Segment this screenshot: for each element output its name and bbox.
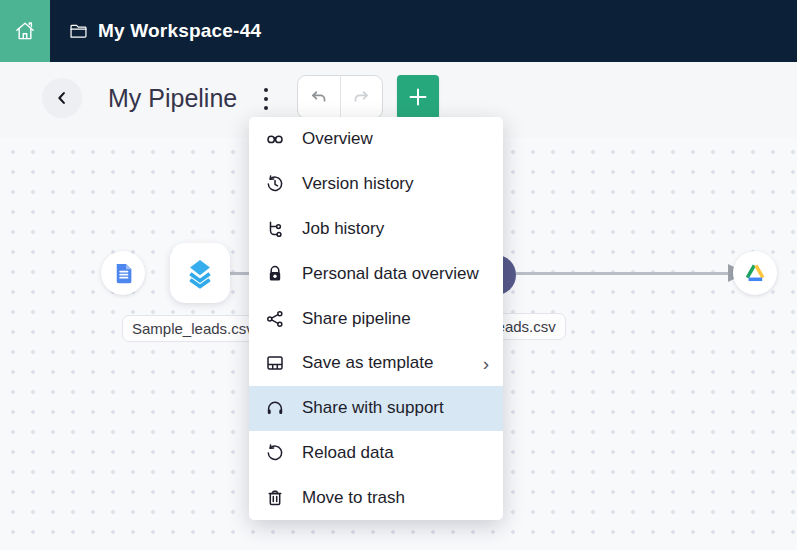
kebab-dot: [264, 97, 268, 101]
google-drive-icon: [743, 261, 767, 285]
template-icon: [265, 353, 285, 373]
plus-icon: [406, 85, 430, 109]
share-icon: [265, 309, 285, 329]
more-options-kebab-button[interactable]: [253, 84, 279, 114]
menu-item-label: Save as template: [302, 353, 433, 373]
menu-item-label: Job history: [302, 219, 384, 239]
home-icon: [12, 18, 38, 44]
menu-item-overview[interactable]: Overview: [249, 117, 503, 162]
kebab-dot: [264, 106, 268, 110]
menu-item-label: Move to trash: [302, 488, 405, 508]
page-title: My Pipeline: [108, 84, 237, 113]
trash-icon: [265, 488, 285, 508]
menu-item-share-pipeline[interactable]: Share pipeline: [249, 296, 503, 341]
undo-icon: [308, 87, 329, 108]
undo-button[interactable]: [298, 76, 340, 118]
glasses-icon: [265, 129, 285, 149]
menu-item-label: Reload data: [302, 443, 394, 463]
menu-item-label: Overview: [302, 129, 373, 149]
connector-line-right: [516, 272, 730, 275]
stack-layers-icon: [183, 256, 217, 290]
reload-icon: [265, 443, 285, 463]
chevron-left-icon: [53, 89, 71, 107]
history-icon: [265, 174, 285, 194]
top-navigation-bar: My Workspace-44: [0, 0, 797, 62]
redo-icon: [351, 87, 372, 108]
menu-item-job-history[interactable]: Job history: [249, 207, 503, 252]
google-drive-node[interactable]: [733, 251, 777, 295]
folder-icon: [68, 21, 89, 42]
back-button[interactable]: [42, 78, 82, 118]
pipeline-options-menu: Overview Version history Job history: [249, 117, 503, 520]
undo-redo-group: [297, 75, 383, 119]
left-node-label[interactable]: Sample_leads.csv: [122, 315, 264, 342]
menu-item-share-with-support[interactable]: Share with support: [249, 386, 503, 431]
menu-item-label: Share with support: [302, 398, 444, 418]
menu-item-label: Version history: [302, 174, 414, 194]
headset-icon: [265, 398, 285, 418]
document-file-icon: [110, 260, 137, 287]
menu-item-move-to-trash[interactable]: Move to trash: [249, 475, 503, 520]
stack-step-node[interactable]: [170, 243, 230, 303]
workspace-breadcrumb[interactable]: My Workspace-44: [68, 20, 261, 42]
submenu-chevron-icon: ›: [483, 354, 489, 373]
add-step-button[interactable]: [397, 75, 439, 119]
menu-item-label: Share pipeline: [302, 309, 411, 329]
menu-item-label: Personal data overview: [302, 264, 479, 284]
menu-item-version-history[interactable]: Version history: [249, 162, 503, 207]
workspace-name: My Workspace-44: [98, 20, 261, 42]
menu-item-save-as-template[interactable]: Save as template ›: [249, 341, 503, 386]
home-button[interactable]: [0, 0, 50, 62]
menu-item-reload-data[interactable]: Reload data: [249, 431, 503, 476]
lock-icon: [265, 264, 285, 284]
kebab-dot: [264, 88, 268, 92]
branch-icon: [265, 219, 285, 239]
redo-button[interactable]: [340, 76, 383, 118]
menu-item-personal-data-overview[interactable]: Personal data overview: [249, 251, 503, 296]
csv-file-node[interactable]: [101, 251, 145, 295]
